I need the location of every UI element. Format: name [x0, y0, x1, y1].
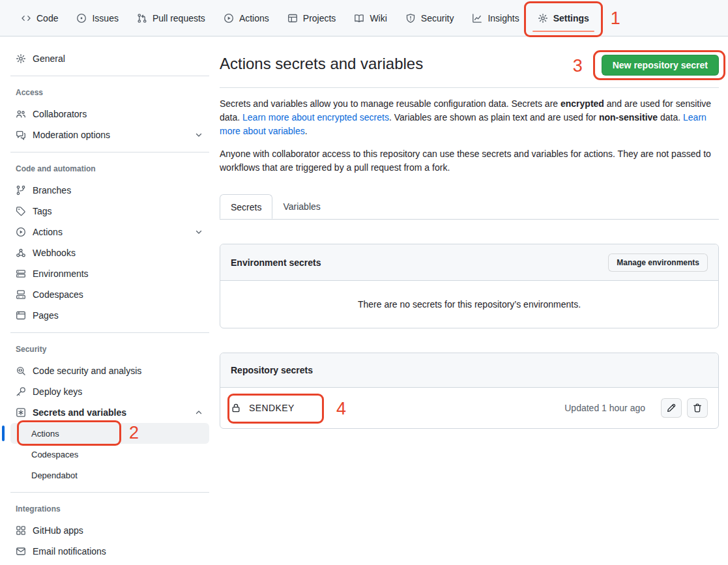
manage-environments-button[interactable]: Manage environments [608, 254, 708, 272]
repository-secrets-title: Repository secrets [231, 365, 313, 375]
tab-insights[interactable]: Insights [464, 3, 527, 33]
sidebar-divider [10, 76, 209, 76]
annotation-number-4: 4 [336, 400, 346, 418]
tab-settings[interactable]: Settings 1 [530, 3, 597, 33]
active-tab-underline [532, 31, 594, 32]
tab-projects[interactable]: Projects [280, 3, 344, 33]
key-asterisk-icon [16, 407, 26, 418]
sidebar-item-label: Secrets and variables [33, 407, 126, 418]
sidebar-item-tags[interactable]: Tags [10, 201, 209, 222]
description-bold: encrypted [561, 98, 604, 109]
sidebar-item-collaborators[interactable]: Collaborators [10, 104, 209, 124]
tab-security[interactable]: Security [398, 3, 462, 33]
sidebar-item-general[interactable]: General [10, 48, 209, 69]
secret-updated-time: Updated 1 hour ago [564, 403, 645, 413]
sidebar-item-codespaces[interactable]: Codespaces [10, 284, 209, 305]
sidebar-item-label: GitHub apps [33, 525, 83, 536]
git-branch-icon [16, 185, 26, 196]
shield-icon [405, 13, 416, 23]
sidebar-item-deploy-keys[interactable]: Deploy keys [10, 381, 209, 402]
sidebar-item-actions[interactable]: Actions [10, 222, 209, 242]
sidebar-item-label: Collaborators [33, 109, 87, 119]
sidebar-item-branches[interactable]: Branches [10, 180, 209, 201]
chevron-down-icon [194, 130, 204, 140]
secret-row: SENDKEY Updated 1 hour ago 4 [220, 388, 718, 428]
environment-secrets-empty-state: There are no secrets for this repository… [220, 281, 718, 328]
gear-icon [538, 13, 548, 23]
tab-wiki[interactable]: Wiki [346, 3, 394, 33]
repo-tab-bar: Code Issues Pull requests Actions Projec… [0, 0, 728, 36]
sidebar-item-label: Actions [33, 227, 63, 237]
trash-icon [692, 403, 703, 413]
tab-actions[interactable]: Actions [216, 3, 277, 33]
apps-icon [16, 525, 26, 536]
tag-icon [16, 206, 26, 216]
sidebar-section-access: Access [10, 88, 209, 97]
sidebar-item-email-notifications[interactable]: Email notifications [10, 541, 209, 562]
environment-secrets-header: Environment secrets Manage environments [220, 244, 718, 281]
page-header: Actions secrets and variables New reposi… [220, 36, 719, 88]
delete-secret-button[interactable] [687, 398, 708, 418]
sidebar-item-label: Dependabot [31, 471, 78, 480]
key-icon [16, 386, 26, 397]
table-icon [287, 13, 298, 23]
description-text: data. [658, 112, 683, 123]
sidebar-section-code-and-automation: Code and automation [10, 164, 209, 173]
sidebar-subitem-dependabot[interactable]: Dependabot [10, 465, 209, 485]
sidebar-item-webhooks[interactable]: Webhooks [10, 242, 209, 263]
sidebar-item-moderation-options[interactable]: Moderation options [10, 124, 209, 145]
sidebar-item-code-security[interactable]: Code security and analysis [10, 360, 209, 381]
gear-icon [16, 53, 26, 64]
sidebar-item-label: General [33, 53, 65, 64]
sidebar-section-integrations: Integrations [10, 504, 209, 514]
tab-label: Projects [303, 13, 336, 23]
sidebar-item-label: Environments [33, 268, 89, 279]
description-text: Secrets and variables allow you to manag… [220, 98, 561, 109]
learn-more-encrypted-secrets-link[interactable]: Learn more about encrypted secrets [242, 112, 389, 123]
book-icon [354, 13, 364, 23]
sidebar-item-label: Codespaces [31, 450, 78, 459]
tab-issues[interactable]: Issues [68, 3, 126, 33]
new-repository-secret-button[interactable]: New repository secret [602, 55, 719, 76]
sidebar-item-environments[interactable]: Environments [10, 263, 209, 284]
sidebar-section-security: Security [10, 345, 209, 354]
sidebar-item-label: Webhooks [33, 248, 76, 258]
main-content: Actions secrets and variables New reposi… [220, 36, 719, 429]
edit-secret-button[interactable] [661, 398, 682, 418]
browser-icon [16, 310, 26, 321]
tab-label: Issues [92, 13, 118, 23]
settings-sidebar: General Access Collaborators Moderation … [0, 36, 220, 562]
description-text: . Variables are shown as plain text and … [389, 112, 599, 123]
environment-secrets-panel: Environment secrets Manage environments … [220, 244, 719, 328]
sidebar-item-label: Pages [33, 310, 59, 321]
tab-pull-requests[interactable]: Pull requests [129, 3, 213, 33]
tab-variables[interactable]: Variables [272, 194, 330, 219]
annotation-number-3: 3 [573, 57, 583, 75]
active-item-indicator [2, 426, 5, 441]
page-title: Actions secrets and variables [220, 53, 423, 74]
graph-icon [472, 13, 482, 23]
sidebar-item-label: Email notifications [33, 546, 106, 557]
sidebar-divider [10, 152, 209, 152]
sidebar-item-secrets-and-variables[interactable]: Secrets and variables [10, 402, 209, 423]
secrets-variables-tabnav: Secrets Variables [220, 194, 719, 220]
tab-label: Settings [553, 13, 589, 23]
sidebar-item-github-apps[interactable]: GitHub apps [10, 520, 209, 541]
sidebar-item-pages[interactable]: Pages [10, 305, 209, 326]
tab-secrets[interactable]: Secrets [220, 194, 272, 219]
description-bold: non-sensitive [599, 112, 658, 123]
description-paragraph-2: Anyone with collaborator access to this … [220, 147, 719, 175]
play-icon [16, 227, 26, 237]
comment-discussion-icon [16, 130, 26, 140]
sidebar-item-label: Branches [33, 185, 71, 196]
people-icon [16, 109, 26, 119]
sidebar-subitem-actions[interactable]: Actions 2 [10, 423, 209, 444]
sidebar-subitem-codespaces[interactable]: Codespaces [10, 444, 209, 465]
server-icon [16, 268, 26, 279]
tab-code[interactable]: Code [13, 3, 66, 33]
tab-label: Pull requests [153, 13, 205, 23]
issue-opened-icon [76, 13, 87, 23]
sidebar-item-label: Deploy keys [33, 386, 82, 397]
sidebar-divider [10, 492, 209, 493]
lock-icon [231, 403, 241, 413]
